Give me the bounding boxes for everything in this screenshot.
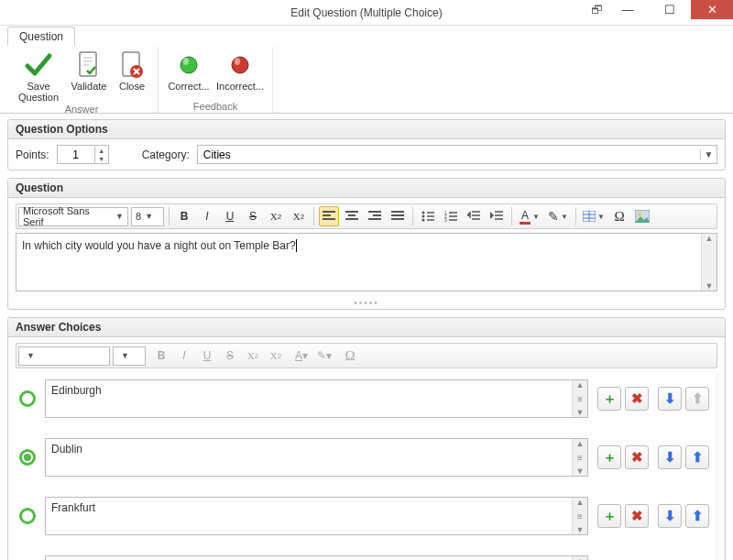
spin-down-icon[interactable]: ▼: [95, 155, 108, 163]
answer-italic-button[interactable]: I: [174, 346, 194, 366]
checkmark-icon: [24, 49, 53, 81]
svg-point-15: [638, 213, 641, 216]
answer-editor[interactable]: Frankfurt ▲≡▼: [45, 497, 588, 535]
outdent-button[interactable]: [464, 206, 484, 226]
add-answer-button[interactable]: ＋: [597, 445, 621, 469]
answer-size-select[interactable]: ▼: [113, 346, 146, 366]
question-options-panel: Question Options Points: ▲▼ Category: ▼: [7, 119, 726, 170]
answer-editor[interactable]: Dublin ▲≡▼: [45, 438, 588, 477]
align-left-button[interactable]: [319, 206, 339, 226]
scrollbar[interactable]: ▲≡▼: [572, 439, 587, 476]
scrollbar[interactable]: ▲≡▼: [572, 556, 587, 560]
dropdown-icon[interactable]: ▼: [700, 149, 717, 159]
resize-gripper[interactable]: •••••: [8, 297, 725, 309]
font-color-button[interactable]: A▼: [517, 206, 542, 226]
answer-superscript-button[interactable]: X2: [243, 346, 263, 366]
incorrect-label: Incorrect...: [216, 81, 264, 92]
italic-button[interactable]: I: [197, 206, 217, 226]
move-down-button[interactable]: ⬇: [658, 387, 682, 411]
add-answer-button[interactable]: ＋: [597, 387, 621, 411]
question-editor[interactable]: In which city would you have a night out…: [16, 233, 717, 291]
points-label: Points:: [16, 148, 49, 161]
scrollbar[interactable]: ▲▼: [701, 234, 717, 291]
svg-point-8: [422, 215, 425, 218]
correct-answer-radio[interactable]: [19, 449, 36, 466]
answer-subscript-button[interactable]: X2: [266, 346, 286, 366]
table-button[interactable]: ▼: [581, 206, 607, 226]
points-input[interactable]: [58, 148, 94, 161]
correct-feedback-button[interactable]: Correct...: [164, 48, 213, 100]
window-title: Edit Question (Multiple Choice): [290, 6, 442, 19]
answer-list: Edinburgh ▲≡▼ ＋ ✖ ⬇ ⬆ Dublin ▲≡▼ ＋ ✖ ⬇ ⬆…: [16, 374, 717, 560]
close-button[interactable]: Close: [112, 48, 152, 103]
answer-text: Dublin: [51, 443, 82, 456]
move-down-button[interactable]: ⬇: [658, 504, 682, 528]
category-input[interactable]: [198, 148, 700, 161]
image-button[interactable]: [632, 206, 652, 226]
number-list-button[interactable]: 123: [441, 206, 461, 226]
delete-answer-button[interactable]: ✖: [625, 504, 649, 528]
highlight-button[interactable]: ✎▼: [545, 206, 571, 226]
minimize-button[interactable]: —: [607, 0, 649, 19]
incorrect-feedback-button[interactable]: Incorrect...: [213, 48, 267, 100]
font-size-select[interactable]: 8▼: [131, 207, 164, 226]
bullet-list-button[interactable]: [418, 206, 438, 226]
answer-strike-button[interactable]: S: [220, 346, 240, 366]
tab-question[interactable]: Question: [7, 27, 75, 46]
maximize-button[interactable]: ☐: [649, 0, 691, 19]
answer-editor[interactable]: Edinburgh ▲≡▼: [45, 379, 588, 418]
scrollbar[interactable]: ▲≡▼: [572, 380, 587, 417]
answer-row: Frankfurt ▲≡▼ ＋ ✖ ⬇ ⬆: [16, 491, 713, 550]
font-name-select[interactable]: Microsoft Sans Serif▼: [18, 207, 128, 226]
save-label: Save Question: [11, 81, 66, 103]
delete-answer-button[interactable]: ✖: [625, 387, 649, 411]
answer-text: Frankfurt: [51, 501, 95, 514]
red-light-icon: [229, 49, 251, 81]
close-label: Close: [119, 81, 145, 92]
points-spinner[interactable]: ▲▼: [57, 145, 109, 164]
svg-point-7: [422, 212, 425, 214]
answer-row: Dublin ▲≡▼ ＋ ✖ ⬇ ⬆: [16, 433, 713, 491]
align-justify-button[interactable]: [388, 206, 408, 226]
answer-highlight-button[interactable]: ✎▾: [314, 346, 334, 366]
save-question-button[interactable]: Save Question: [11, 48, 66, 103]
indent-button[interactable]: [487, 206, 507, 226]
question-options-header: Question Options: [8, 120, 725, 139]
question-toolbar: Microsoft Sans Serif▼ 8▼ B I U S X2 X2 1…: [16, 203, 717, 229]
move-up-button[interactable]: ⬆: [685, 445, 709, 469]
answer-font-color-button[interactable]: A▾: [291, 346, 312, 366]
add-answer-button[interactable]: ＋: [597, 504, 621, 528]
group-label-answer: Answer: [11, 103, 152, 115]
bold-button[interactable]: B: [174, 206, 194, 226]
move-up-button[interactable]: ⬆: [685, 504, 709, 528]
answer-underline-button[interactable]: U: [197, 346, 217, 366]
delete-answer-button[interactable]: ✖: [625, 445, 649, 469]
underline-button[interactable]: U: [220, 206, 240, 226]
overflow-icon[interactable]: 🗗: [591, 3, 603, 16]
spin-up-icon[interactable]: ▲: [95, 147, 108, 155]
svg-point-9: [422, 219, 425, 222]
symbol-button[interactable]: Ω: [609, 206, 629, 226]
strike-button[interactable]: S: [243, 206, 263, 226]
document-close-icon: [119, 49, 145, 81]
correct-answer-radio[interactable]: [19, 508, 36, 524]
move-down-button[interactable]: ⬇: [658, 445, 682, 469]
answer-symbol-button[interactable]: Ω: [340, 346, 360, 366]
subscript-button[interactable]: X2: [289, 206, 309, 226]
answer-editor[interactable]: Madrid ▲≡▼: [45, 555, 588, 560]
answer-choices-header: Answer Choices: [8, 318, 725, 337]
close-window-button[interactable]: ✕: [691, 0, 733, 19]
svg-point-6: [235, 58, 240, 65]
correct-answer-radio[interactable]: [19, 390, 36, 407]
scrollbar[interactable]: ▲≡▼: [572, 498, 587, 534]
align-right-button[interactable]: [365, 206, 385, 226]
answer-font-select[interactable]: ▼: [18, 346, 110, 366]
align-center-button[interactable]: [342, 206, 362, 226]
validate-button[interactable]: Validate: [66, 48, 112, 103]
correct-label: Correct...: [168, 81, 209, 92]
superscript-button[interactable]: X2: [266, 206, 286, 226]
answer-bold-button[interactable]: B: [151, 346, 171, 366]
category-combo[interactable]: ▼: [197, 145, 717, 164]
document-check-icon: [76, 49, 102, 81]
answer-text: Edinburgh: [51, 384, 102, 397]
